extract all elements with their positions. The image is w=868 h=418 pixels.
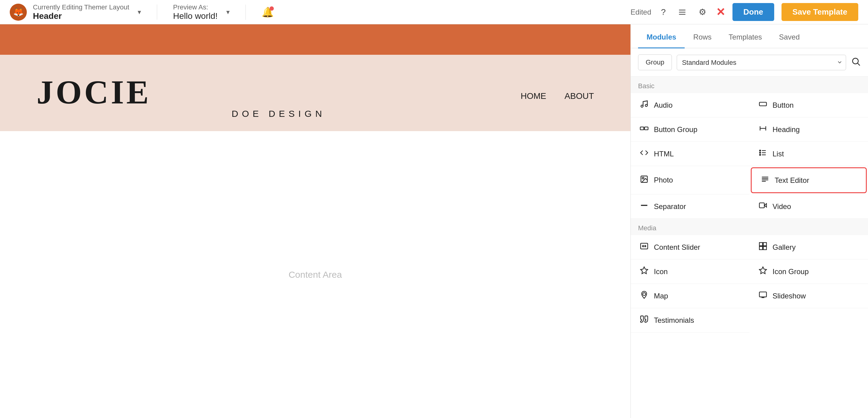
tab-modules[interactable]: Modules xyxy=(638,24,685,48)
svg-rect-30 xyxy=(759,242,763,246)
tab-rows[interactable]: Rows xyxy=(685,24,720,48)
video-icon xyxy=(758,201,768,212)
gallery-icon xyxy=(758,242,768,252)
module-item-photo[interactable]: Photo xyxy=(631,166,749,195)
button-group-icon xyxy=(639,124,649,135)
svg-marker-34 xyxy=(641,267,648,274)
module-label-testimonials: Testimonials xyxy=(654,316,694,324)
site-header-banner xyxy=(0,24,630,55)
content-area-wrap: Content Area xyxy=(0,131,630,418)
module-item-testimonials[interactable]: Testimonials xyxy=(631,308,749,333)
svg-point-5 xyxy=(641,105,643,107)
module-label-icon-group: Icon Group xyxy=(773,268,809,276)
logo-title: JOCIE xyxy=(36,73,521,112)
code-icon xyxy=(639,148,649,159)
tab-saved[interactable]: Saved xyxy=(771,24,808,48)
list-icon[interactable] xyxy=(676,5,689,19)
modules-select[interactable]: Standard Modules xyxy=(677,55,846,70)
content-area-label: Content Area xyxy=(288,270,342,280)
slideshow-icon xyxy=(758,290,768,301)
module-item-heading[interactable]: Heading xyxy=(749,117,868,142)
divider xyxy=(157,5,157,20)
notification-bell[interactable]: 🔔 xyxy=(261,6,274,18)
module-label-icon: Icon xyxy=(654,268,668,276)
svg-rect-8 xyxy=(640,127,644,130)
nav-item-about[interactable]: ABOUT xyxy=(565,91,594,101)
preview-label: Preview As: xyxy=(173,3,217,11)
close-button[interactable]: ✕ xyxy=(716,6,725,19)
module-label-button: Button xyxy=(773,101,794,109)
svg-rect-33 xyxy=(763,246,767,250)
svg-rect-31 xyxy=(763,242,767,246)
text-editor-icon xyxy=(760,175,770,185)
preview-value: Hello world! xyxy=(173,11,217,21)
svg-rect-32 xyxy=(759,246,763,250)
module-label-text-editor: Text Editor xyxy=(775,176,809,185)
module-item-content-slider[interactable]: Content Slider xyxy=(631,235,749,259)
editing-label: Currently Editing Themer Layout xyxy=(33,3,129,11)
done-button[interactable]: Done xyxy=(733,3,774,21)
module-item-video[interactable]: Video xyxy=(749,195,868,219)
module-grid-basic: AudioButtonButton GroupHeadingHTMLListPh… xyxy=(631,93,868,219)
panel-filter-row: Group Standard Modules xyxy=(631,48,868,77)
right-panel: ModulesRowsTemplatesSaved Group Standard… xyxy=(630,24,868,418)
group-button[interactable]: Group xyxy=(638,55,672,70)
module-grid-media: Content SliderGalleryIconIcon GroupMapSl… xyxy=(631,235,868,333)
panel-sections: BasicAudioButtonButton GroupHeadingHTMLL… xyxy=(631,77,868,333)
notification-dot xyxy=(270,6,274,11)
svg-point-16 xyxy=(759,150,761,151)
module-item-icon-group[interactable]: Icon Group xyxy=(749,259,868,284)
star-icon xyxy=(758,266,768,277)
tab-templates[interactable]: Templates xyxy=(720,24,770,48)
star-icon xyxy=(639,266,649,277)
separator-icon xyxy=(639,201,649,212)
slider-icon xyxy=(639,242,649,252)
module-item-audio[interactable]: Audio xyxy=(631,93,749,117)
avatar: 🦊 xyxy=(10,4,27,21)
module-item-map[interactable]: Map xyxy=(631,284,749,308)
svg-point-18 xyxy=(759,154,761,155)
svg-point-36 xyxy=(643,293,645,295)
module-label-map: Map xyxy=(654,292,668,300)
search-button[interactable] xyxy=(851,57,861,68)
editing-info: Currently Editing Themer Layout Header xyxy=(33,3,129,21)
module-label-list: List xyxy=(773,150,784,158)
map-icon xyxy=(639,290,649,301)
nav-item-home[interactable]: HOME xyxy=(521,91,547,101)
settings-icon[interactable]: ⚙ xyxy=(696,5,709,20)
list-icon xyxy=(758,148,768,159)
module-item-text-editor[interactable]: Text Editor xyxy=(751,167,867,193)
svg-line-4 xyxy=(858,63,860,65)
panel-tabs: ModulesRowsTemplatesSaved xyxy=(631,24,868,48)
module-item-html[interactable]: HTML xyxy=(631,142,749,166)
preview-section: Preview As: Hello world! xyxy=(173,3,217,21)
site-content: JOCIE DOE DESIGN HOMEABOUT xyxy=(0,55,630,131)
svg-marker-35 xyxy=(759,267,766,274)
svg-rect-37 xyxy=(759,292,766,297)
module-item-icon[interactable]: Icon xyxy=(631,259,749,284)
topbar-left: 🦊 Currently Editing Themer Layout Header… xyxy=(10,3,630,21)
module-label-slideshow: Slideshow xyxy=(773,292,806,300)
editing-title: Header xyxy=(33,11,129,21)
module-item-slideshow[interactable]: Slideshow xyxy=(749,284,868,308)
help-icon[interactable]: ? xyxy=(658,5,668,20)
module-item-button-group[interactable]: Button Group xyxy=(631,117,749,142)
music-icon xyxy=(639,100,649,110)
module-label-heading: Heading xyxy=(773,125,800,134)
preview-dropdown-arrow[interactable]: ▾ xyxy=(226,8,230,16)
quote-icon xyxy=(639,315,649,325)
save-button[interactable]: Save Template xyxy=(781,3,858,21)
edited-badge: Edited xyxy=(630,8,651,16)
module-item-separator[interactable]: Separator xyxy=(631,195,749,219)
module-item-button[interactable]: Button xyxy=(749,93,868,117)
module-item-gallery[interactable]: Gallery xyxy=(749,235,868,259)
button-icon xyxy=(758,100,768,110)
module-label-separator: Separator xyxy=(654,202,686,211)
photo-icon xyxy=(639,175,649,185)
section-label-basic: Basic xyxy=(631,77,868,93)
editing-dropdown-arrow[interactable]: ▾ xyxy=(138,8,141,16)
module-item-list[interactable]: List xyxy=(749,142,868,166)
svg-point-6 xyxy=(645,104,648,106)
section-label-media: Media xyxy=(631,219,868,235)
module-label-button-group: Button Group xyxy=(654,125,698,134)
